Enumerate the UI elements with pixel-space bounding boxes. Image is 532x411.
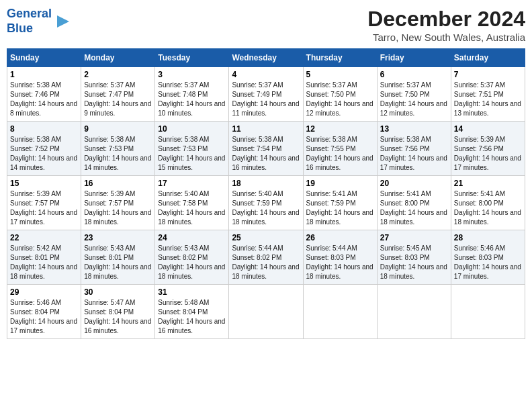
table-row: 2Sunrise: 5:37 AMSunset: 7:47 PMDaylight… [81, 67, 155, 122]
col-wednesday: Wednesday [229, 49, 303, 67]
day-info: Sunrise: 5:43 AMSunset: 8:01 PMDaylight:… [84, 244, 152, 281]
calendar-table: Sunday Monday Tuesday Wednesday Thursday… [7, 48, 525, 339]
day-number: 25 [232, 233, 300, 242]
day-number: 12 [306, 124, 374, 134]
table-row: 28Sunrise: 5:46 AMSunset: 8:03 PMDayligh… [451, 230, 525, 285]
day-info: Sunrise: 5:37 AMSunset: 7:50 PMDaylight:… [380, 81, 448, 118]
table-row: 18Sunrise: 5:40 AMSunset: 7:59 PMDayligh… [229, 176, 303, 230]
day-number: 7 [454, 70, 522, 79]
day-info: Sunrise: 5:40 AMSunset: 7:59 PMDaylight:… [232, 189, 300, 227]
table-row: 26Sunrise: 5:44 AMSunset: 8:03 PMDayligh… [303, 230, 377, 285]
logo-text: GeneralBlue [7, 7, 52, 36]
calendar-week-row: 29Sunrise: 5:46 AMSunset: 8:04 PMDayligh… [7, 285, 525, 339]
day-number: 31 [158, 287, 226, 297]
day-number: 4 [232, 70, 300, 79]
calendar-week-row: 22Sunrise: 5:42 AMSunset: 8:01 PMDayligh… [7, 230, 525, 285]
day-info: Sunrise: 5:38 AMSunset: 7:55 PMDaylight:… [306, 135, 374, 173]
table-row: 10Sunrise: 5:38 AMSunset: 7:53 PMDayligh… [155, 122, 229, 176]
table-row: 25Sunrise: 5:44 AMSunset: 8:02 PMDayligh… [229, 230, 303, 285]
table-row: 17Sunrise: 5:40 AMSunset: 7:58 PMDayligh… [155, 176, 229, 230]
col-friday: Friday [377, 49, 451, 67]
table-row: 9Sunrise: 5:38 AMSunset: 7:53 PMDaylight… [81, 122, 155, 176]
day-info: Sunrise: 5:37 AMSunset: 7:49 PMDaylight:… [232, 81, 300, 118]
day-info: Sunrise: 5:40 AMSunset: 7:58 PMDaylight:… [158, 189, 226, 227]
day-number: 30 [84, 287, 152, 297]
calendar-week-row: 1Sunrise: 5:38 AMSunset: 7:46 PMDaylight… [7, 67, 525, 122]
table-row: 1Sunrise: 5:38 AMSunset: 7:46 PMDaylight… [7, 67, 81, 122]
table-row: 3Sunrise: 5:37 AMSunset: 7:48 PMDaylight… [155, 67, 229, 122]
day-number: 20 [380, 179, 448, 188]
day-number: 8 [10, 124, 78, 134]
table-row [451, 285, 525, 339]
day-info: Sunrise: 5:38 AMSunset: 7:54 PMDaylight:… [232, 135, 300, 173]
logo: GeneralBlue [7, 7, 71, 36]
page-header: GeneralBlue December 2024 Tarro, New Sou… [7, 7, 525, 43]
day-info: Sunrise: 5:39 AMSunset: 7:56 PMDaylight:… [454, 135, 522, 173]
table-row: 21Sunrise: 5:41 AMSunset: 8:00 PMDayligh… [451, 176, 525, 230]
table-row [303, 285, 377, 339]
day-info: Sunrise: 5:45 AMSunset: 8:03 PMDaylight:… [380, 244, 448, 281]
day-number: 1 [10, 70, 78, 79]
table-row: 13Sunrise: 5:38 AMSunset: 7:56 PMDayligh… [377, 122, 451, 176]
logo-arrow-icon [56, 14, 71, 29]
table-row: 15Sunrise: 5:39 AMSunset: 7:57 PMDayligh… [7, 176, 81, 230]
calendar-week-row: 8Sunrise: 5:38 AMSunset: 7:52 PMDaylight… [7, 122, 525, 176]
day-number: 11 [232, 124, 300, 134]
day-number: 23 [84, 233, 152, 242]
day-info: Sunrise: 5:41 AMSunset: 8:00 PMDaylight:… [454, 189, 522, 227]
day-number: 29 [10, 287, 78, 297]
table-row: 23Sunrise: 5:43 AMSunset: 8:01 PMDayligh… [81, 230, 155, 285]
day-number: 17 [158, 179, 226, 188]
day-info: Sunrise: 5:38 AMSunset: 7:52 PMDaylight:… [10, 135, 78, 173]
day-info: Sunrise: 5:39 AMSunset: 7:57 PMDaylight:… [10, 189, 78, 227]
day-number: 28 [454, 233, 522, 242]
col-monday: Monday [81, 49, 155, 67]
day-info: Sunrise: 5:42 AMSunset: 8:01 PMDaylight:… [10, 244, 78, 281]
day-info: Sunrise: 5:41 AMSunset: 8:00 PMDaylight:… [380, 189, 448, 227]
day-number: 3 [158, 70, 226, 79]
title-block: December 2024 Tarro, New South Wales, Au… [367, 7, 525, 43]
table-row: 12Sunrise: 5:38 AMSunset: 7:55 PMDayligh… [303, 122, 377, 176]
day-info: Sunrise: 5:44 AMSunset: 8:03 PMDaylight:… [306, 244, 374, 281]
table-row: 7Sunrise: 5:37 AMSunset: 7:51 PMDaylight… [451, 67, 525, 122]
day-info: Sunrise: 5:38 AMSunset: 7:56 PMDaylight:… [380, 135, 448, 173]
col-thursday: Thursday [303, 49, 377, 67]
day-info: Sunrise: 5:38 AMSunset: 7:46 PMDaylight:… [10, 81, 78, 118]
table-row: 30Sunrise: 5:47 AMSunset: 8:04 PMDayligh… [81, 285, 155, 339]
table-row: 14Sunrise: 5:39 AMSunset: 7:56 PMDayligh… [451, 122, 525, 176]
day-number: 18 [232, 179, 300, 188]
day-number: 16 [84, 179, 152, 188]
day-info: Sunrise: 5:46 AMSunset: 8:03 PMDaylight:… [454, 244, 522, 281]
day-number: 19 [306, 179, 374, 188]
day-info: Sunrise: 5:37 AMSunset: 7:48 PMDaylight:… [158, 81, 226, 118]
day-number: 15 [10, 179, 78, 188]
location: Tarro, New South Wales, Australia [367, 32, 525, 43]
day-number: 22 [10, 233, 78, 242]
day-number: 13 [380, 124, 448, 134]
table-row [377, 285, 451, 339]
table-row: 27Sunrise: 5:45 AMSunset: 8:03 PMDayligh… [377, 230, 451, 285]
day-number: 27 [380, 233, 448, 242]
calendar-header-row: Sunday Monday Tuesday Wednesday Thursday… [7, 49, 525, 67]
table-row: 6Sunrise: 5:37 AMSunset: 7:50 PMDaylight… [377, 67, 451, 122]
table-row [229, 285, 303, 339]
day-info: Sunrise: 5:37 AMSunset: 7:47 PMDaylight:… [84, 81, 152, 118]
table-row: 16Sunrise: 5:39 AMSunset: 7:57 PMDayligh… [81, 176, 155, 230]
day-number: 10 [158, 124, 226, 134]
svg-marker-0 [57, 15, 69, 28]
table-row: 4Sunrise: 5:37 AMSunset: 7:49 PMDaylight… [229, 67, 303, 122]
table-row: 8Sunrise: 5:38 AMSunset: 7:52 PMDaylight… [7, 122, 81, 176]
day-number: 26 [306, 233, 374, 242]
day-info: Sunrise: 5:38 AMSunset: 7:53 PMDaylight:… [84, 135, 152, 173]
day-info: Sunrise: 5:37 AMSunset: 7:50 PMDaylight:… [306, 81, 374, 118]
day-info: Sunrise: 5:39 AMSunset: 7:57 PMDaylight:… [84, 189, 152, 227]
col-saturday: Saturday [451, 49, 525, 67]
table-row: 31Sunrise: 5:48 AMSunset: 8:04 PMDayligh… [155, 285, 229, 339]
table-row: 5Sunrise: 5:37 AMSunset: 7:50 PMDaylight… [303, 67, 377, 122]
day-info: Sunrise: 5:48 AMSunset: 8:04 PMDaylight:… [158, 298, 226, 336]
month-title: December 2024 [367, 7, 525, 32]
day-info: Sunrise: 5:41 AMSunset: 7:59 PMDaylight:… [306, 189, 374, 227]
table-row: 20Sunrise: 5:41 AMSunset: 8:00 PMDayligh… [377, 176, 451, 230]
day-info: Sunrise: 5:47 AMSunset: 8:04 PMDaylight:… [84, 298, 152, 336]
day-number: 2 [84, 70, 152, 79]
